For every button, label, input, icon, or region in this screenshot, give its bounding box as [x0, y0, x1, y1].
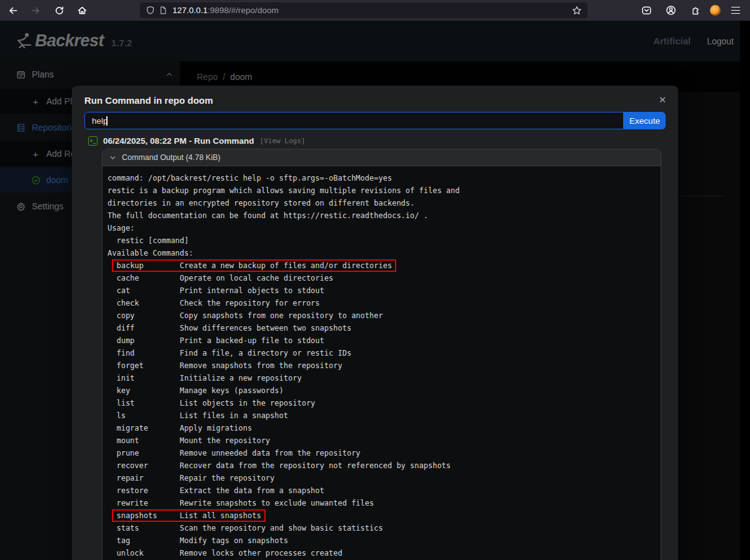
terminal-line: Available Commands:	[108, 247, 656, 259]
command-output-label: Command Output (4.78 KiB)	[122, 153, 221, 162]
operation-title: 06/24/2025, 08:22 PM - Run Command	[103, 136, 254, 146]
highlighted-command: snapshots List all snapshots	[112, 509, 265, 522]
url-bar[interactable]: 127.0.0.1:9898/#/repo/doom	[140, 2, 588, 18]
terminal-line: stats Scan the repository and show basic…	[108, 522, 656, 534]
terminal-line: unlock Remove locks other processes crea…	[108, 547, 656, 559]
terminal-line: cat Print internal objects to stdout	[108, 284, 656, 297]
command-input[interactable]	[84, 112, 624, 129]
home-icon[interactable]	[72, 2, 91, 19]
terminal-line: forget Remove snapshots from the reposit…	[108, 359, 656, 372]
terminal-line: ls List files in a snapshot	[108, 409, 656, 422]
terminal-line: find Find a file, a directory or restic …	[108, 347, 656, 359]
execute-button[interactable]: Execute	[624, 112, 666, 129]
run-command-modal: Run Command in repo doom ✕ Execute >_ 06…	[72, 86, 678, 560]
command-output-header[interactable]: Command Output (4.78 KiB)	[102, 149, 661, 166]
reload-icon[interactable]	[50, 2, 69, 19]
chevron-down-icon	[109, 154, 116, 161]
back-icon[interactable]	[4, 2, 22, 19]
close-icon[interactable]: ✕	[655, 92, 670, 108]
terminal-line: restore Extract the data from a snapshot	[108, 484, 656, 497]
terminal-icon: >_	[88, 136, 98, 146]
account-icon[interactable]	[661, 2, 680, 19]
highlighted-command: backup Create a new backup of files and/…	[112, 259, 396, 272]
terminal-line: key Manage keys (passwords)	[108, 384, 656, 397]
terminal-line: command: /opt/backrest/restic help -o sf…	[108, 172, 656, 184]
terminal-line: cache Operate on local cache directories	[108, 272, 656, 284]
terminal-line: restic is a backup program which allows …	[108, 184, 656, 197]
terminal-line: directories in an encrypted repository s…	[108, 197, 656, 209]
terminal-line: snapshots List all snapshots	[108, 509, 656, 522]
terminal-line: diff Show differences between two snapsh…	[108, 322, 656, 334]
command-output-panel: Command Output (4.78 KiB) command: /opt/…	[102, 149, 661, 560]
terminal-line: rewrite Rewrite snapshots to exclude unw…	[108, 497, 656, 509]
terminal-line: mount Mount the repository	[108, 434, 656, 447]
addon-icon[interactable]	[710, 5, 721, 16]
terminal-line: tag Modify tags on snapshots	[108, 534, 656, 547]
terminal-line: dump Print a backed-up file to stdout	[108, 334, 656, 347]
shield-icon[interactable]	[146, 6, 155, 15]
terminal-line: prune Remove unneeded data from the repo…	[108, 447, 656, 459]
command-input-group: Execute	[84, 112, 666, 129]
terminal-line: repair Repair the repository	[108, 472, 656, 484]
terminal-line: copy Copy snapshots from one repository …	[108, 309, 656, 322]
terminal-line: list List objects in the repository	[108, 397, 656, 409]
extensions-puzzle-icon[interactable]	[686, 2, 704, 19]
terminal-line: Usage:	[108, 222, 656, 234]
terminal-output: command: /opt/backrest/restic help -o sf…	[102, 166, 661, 560]
forward-icon[interactable]	[26, 2, 45, 19]
terminal-line: check Check the repository for errors	[108, 297, 656, 309]
view-logs-link[interactable]: [View Logs]	[260, 137, 306, 145]
terminal-line: init Initialize a new repository	[108, 372, 656, 384]
url-text: 127.0.0.1:9898/#/repo/doom	[172, 6, 572, 15]
bookmark-star-icon[interactable]	[572, 6, 582, 16]
menu-hamburger-icon[interactable]	[726, 2, 745, 19]
modal-title: Run Command in repo doom	[84, 95, 666, 106]
terminal-line: The full documentation can be found at h…	[108, 209, 656, 222]
terminal-line: migrate Apply migrations	[108, 422, 656, 434]
browser-toolbar: 127.0.0.1:9898/#/repo/doom	[0, 0, 750, 21]
pocket-icon[interactable]	[637, 2, 656, 19]
terminal-line: recover Recover data from the repository…	[108, 459, 656, 472]
terminal-line: restic [command]	[108, 234, 656, 247]
terminal-line: backup Create a new backup of files and/…	[108, 259, 656, 272]
page-info-icon[interactable]	[159, 6, 168, 15]
page-scrollbar[interactable]	[740, 21, 750, 560]
text-caret	[106, 116, 108, 126]
operation-row: >_ 06/24/2025, 08:22 PM - Run Command [V…	[84, 136, 666, 146]
